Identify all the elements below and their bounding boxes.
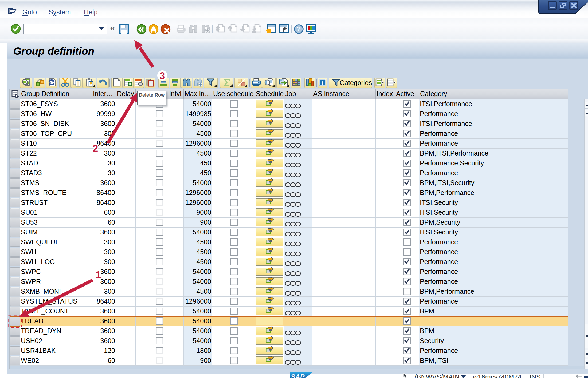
svg-text:SAP: SAP <box>291 373 305 378</box>
svg-text:i: i <box>322 79 323 86</box>
svg-text:?: ? <box>297 25 301 33</box>
